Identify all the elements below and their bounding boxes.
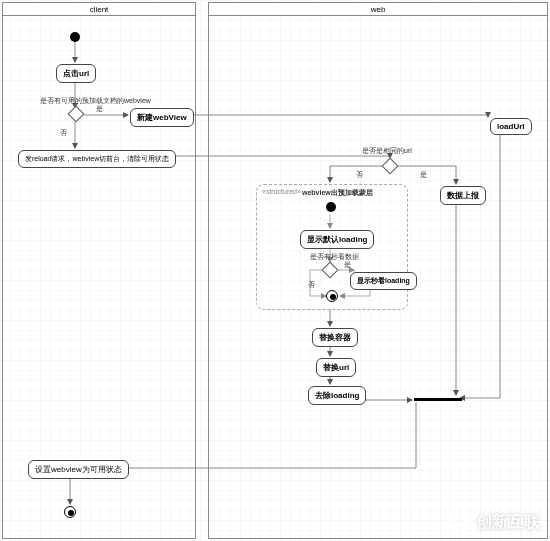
sync-bar [414, 398, 462, 401]
seckill-no: 否 [308, 280, 315, 290]
overlay-title: webview出预加载蒙层 [302, 188, 373, 198]
final-node [64, 506, 76, 518]
loadurl-label: loadUrl [497, 122, 525, 131]
client-lane-header: client [2, 2, 196, 16]
click-url-node: 点击url [56, 64, 96, 83]
seckill-loading-label: 显示秒看loading [357, 277, 410, 284]
watermark-icon [448, 511, 470, 533]
click-url-label: 点击url [63, 69, 89, 78]
client-lane [2, 2, 196, 539]
preload-no: 否 [60, 128, 67, 138]
data-report-node: 数据上报 [440, 186, 486, 205]
replace-url-node: 替换url [316, 358, 356, 377]
reload-node: 发reload请求，webview切前台，清除可用状态 [18, 150, 176, 168]
set-usable-node: 设置webview为可用状态 [28, 460, 129, 479]
default-loading-label: 显示默认loading [307, 235, 367, 244]
new-webview-node: 新建webView [130, 108, 194, 127]
watermark-text: 创新互联 [476, 512, 540, 533]
structured-end [326, 290, 338, 302]
seckill-decision-label: 是否有秒看数据 [310, 252, 359, 262]
seckill-loading-node: 显示秒看loading [350, 272, 417, 290]
reload-label: 发reload请求，webview切前台，清除可用状态 [25, 155, 169, 162]
start-node [70, 32, 80, 42]
replace-container-label: 替换容器 [319, 333, 351, 342]
remove-loading-node: 去除loading [308, 386, 366, 405]
data-report-label: 数据上报 [447, 191, 479, 200]
web-lane-header: web [208, 2, 548, 16]
replace-container-node: 替换容器 [312, 328, 358, 347]
replace-url-label: 替换url [323, 363, 349, 372]
default-loading-node: 显示默认loading [300, 230, 374, 249]
structured-start [326, 202, 336, 212]
client-lane-title: client [90, 5, 109, 14]
watermark: 创新互联 [448, 511, 540, 533]
set-usable-label: 设置webview为可用状态 [35, 465, 122, 474]
loadurl-node: loadUrl [490, 118, 532, 135]
same-url-yes: 是 [420, 170, 427, 180]
same-url-decision-label: 是否是相同的url [362, 146, 412, 156]
preload-yes: 是 [96, 104, 103, 114]
seckill-yes: 是 [344, 260, 351, 270]
same-url-no: 否 [356, 170, 363, 180]
new-webview-label: 新建webView [137, 113, 187, 122]
web-lane-title: web [371, 5, 386, 14]
remove-loading-label: 去除loading [315, 391, 359, 400]
structured-tag: «structured» [262, 188, 301, 195]
